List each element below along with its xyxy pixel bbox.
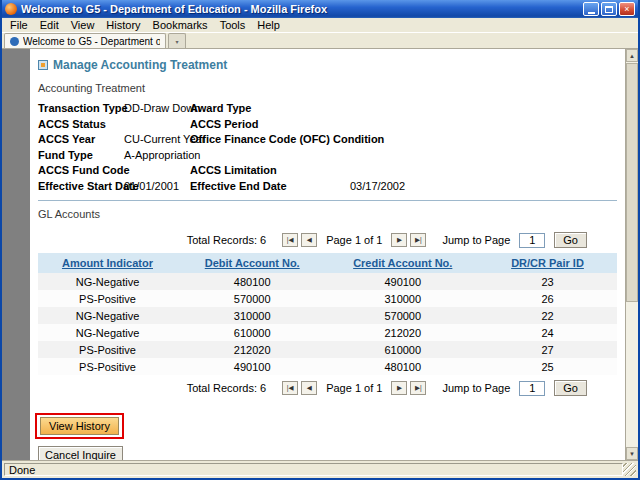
next-page-button[interactable]: ▶: [391, 381, 407, 395]
prev-page-button[interactable]: ◀: [301, 381, 317, 395]
table-cell: 610000: [327, 341, 478, 358]
field-value: [350, 132, 617, 148]
cancel-inquire-button[interactable]: Cancel Inquire: [38, 446, 123, 460]
table-cell: NG-Negative: [38, 273, 177, 290]
tab-list-stub[interactable]: ▾: [168, 33, 186, 48]
table-cell: 23: [478, 273, 617, 290]
total-records-text: Total Records: 6: [187, 382, 266, 394]
next-page-button[interactable]: ▶: [391, 233, 407, 247]
field-label: [190, 148, 350, 164]
table-row: NG-Negative 310000 570000 22: [38, 307, 617, 324]
table-row: NG-Negative 480100 490100 23: [38, 273, 617, 290]
maximize-button[interactable]: [601, 2, 617, 16]
tab-welcome-g5[interactable]: Welcome to G5 - Department of Edu...: [4, 33, 166, 48]
title-bar: Welcome to G5 - Department of Education …: [2, 0, 638, 18]
firefox-icon: [5, 3, 17, 15]
minimize-button[interactable]: [583, 2, 599, 16]
table-cell: 27: [478, 341, 617, 358]
field-value: 03/17/2002: [350, 179, 617, 195]
jump-to-page-label: Jump to Page: [442, 234, 510, 246]
menu-file[interactable]: File: [4, 19, 34, 31]
field-value: A-Appropriation: [124, 148, 190, 164]
go-button[interactable]: Go: [554, 232, 587, 248]
menu-edit[interactable]: Edit: [34, 19, 65, 31]
table-cell: NG-Negative: [38, 307, 177, 324]
prev-page-button[interactable]: ◀: [301, 233, 317, 247]
maximize-icon: [605, 6, 613, 13]
field-label: ACCS Status: [38, 117, 124, 133]
field-value: [124, 163, 190, 179]
field-label: ACCS Period: [190, 117, 350, 133]
table-cell: 570000: [177, 290, 328, 307]
section-divider: [38, 200, 617, 201]
table-cell: 570000: [327, 307, 478, 324]
scrollbar-thumb[interactable]: [626, 63, 638, 302]
table-row: PS-Positive 570000 310000 26: [38, 290, 617, 307]
browser-content: Manage Accounting Treatment Accounting T…: [2, 49, 638, 460]
tab-label: Welcome to G5 - Department of Edu...: [23, 36, 160, 47]
page-title: Manage Accounting Treatment: [34, 53, 621, 81]
table-cell: 24: [478, 324, 617, 341]
table-cell: 480100: [327, 358, 478, 375]
scrollbar-track[interactable]: [626, 62, 638, 447]
scroll-down-button[interactable]: ▼: [626, 447, 638, 460]
minimize-icon: [588, 12, 595, 14]
gl-accounts-label: GL Accounts: [34, 207, 621, 227]
menu-history[interactable]: History: [100, 19, 146, 31]
table-cell: 26: [478, 290, 617, 307]
field-value: DD-Draw Down: [124, 101, 190, 117]
page-title-icon: [38, 60, 48, 70]
table-row: PS-Positive 490100 480100 25: [38, 358, 617, 375]
page-title-text: Manage Accounting Treatment: [53, 58, 227, 72]
close-button[interactable]: ×: [619, 2, 635, 16]
field-value: [350, 163, 617, 179]
table-cell: 610000: [177, 324, 328, 341]
menu-bar: File Edit View History Bookmarks Tools H…: [2, 18, 638, 33]
tab-favicon: [10, 37, 19, 46]
table-cell: 212020: [177, 341, 328, 358]
field-value: CU-Current Year: [124, 132, 190, 148]
jump-to-page-input[interactable]: [519, 233, 545, 248]
menu-bookmarks[interactable]: Bookmarks: [147, 19, 214, 31]
first-page-button[interactable]: |◀: [282, 381, 298, 395]
table-row: NG-Negative 610000 212020 24: [38, 324, 617, 341]
vertical-scrollbar[interactable]: ▲ ▼: [625, 49, 638, 460]
browser-window: Welcome to G5 - Department of Education …: [0, 0, 640, 480]
header-credit-account[interactable]: Credit Account No.: [327, 253, 478, 273]
header-debit-account[interactable]: Debit Account No.: [177, 253, 328, 273]
field-label: Office Finance Code (OFC) Condition: [190, 132, 350, 148]
field-label: Award Type: [190, 101, 350, 117]
table-cell: 25: [478, 358, 617, 375]
field-label: ACCS Limitation: [190, 163, 350, 179]
jump-to-page-input[interactable]: [519, 381, 545, 396]
table-cell: 490100: [177, 358, 328, 375]
gl-accounts-table: Amount Indicator Debit Account No. Credi…: [38, 253, 617, 375]
field-value: [350, 148, 617, 164]
go-button[interactable]: Go: [554, 380, 587, 396]
menu-tools[interactable]: Tools: [214, 19, 252, 31]
menu-help[interactable]: Help: [251, 19, 286, 31]
field-value: [350, 101, 617, 117]
table-cell: PS-Positive: [38, 341, 177, 358]
header-drcr-pair-id[interactable]: DR/CR Pair ID: [478, 253, 617, 273]
scroll-up-button[interactable]: ▲: [626, 49, 638, 62]
last-page-button[interactable]: ▶|: [410, 233, 426, 247]
field-label: Fund Type: [38, 148, 124, 164]
field-value: [350, 117, 617, 133]
total-records-text: Total Records: 6: [187, 234, 266, 246]
status-bar: Done: [2, 460, 638, 478]
table-cell: 310000: [327, 290, 478, 307]
view-history-button[interactable]: View History: [40, 417, 119, 435]
close-icon: ×: [624, 5, 629, 14]
table-cell: 480100: [177, 273, 328, 290]
last-page-button[interactable]: ▶|: [410, 381, 426, 395]
header-amount-indicator[interactable]: Amount Indicator: [38, 253, 177, 273]
first-page-button[interactable]: |◀: [282, 233, 298, 247]
resize-grip[interactable]: [623, 463, 636, 476]
field-label: Transaction Type: [38, 101, 124, 117]
tab-bar: Welcome to G5 - Department of Edu... ▾: [2, 33, 638, 49]
accounting-treatment-form: Transaction Type DD-Draw Down Award Type…: [34, 101, 621, 194]
field-label: ACCS Fund Code: [38, 163, 124, 179]
menu-view[interactable]: View: [65, 19, 101, 31]
table-cell: 490100: [327, 273, 478, 290]
